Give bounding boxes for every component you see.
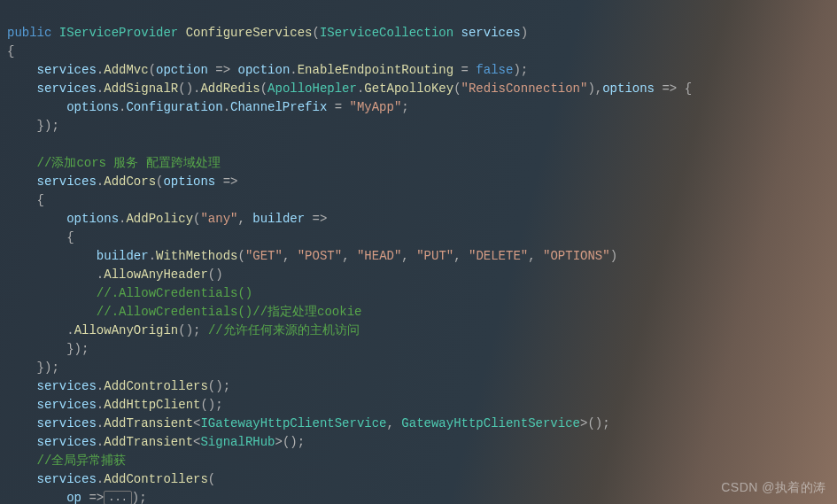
dot: . [97,416,104,430]
paren: ) [521,26,528,40]
parens: () [208,379,223,393]
string-redisconnection: "RedisConnection" [461,81,588,96]
var-options: options [66,212,119,226]
method-withmethods: WithMethods [156,249,237,263]
lambda-param-op: op [66,491,81,504]
var-services: services [37,63,97,77]
method-addcors: AddCors [104,174,156,189]
code-line: services.AddControllers( [7,472,215,486]
code-line: }); [7,119,59,133]
dot: . [97,379,104,393]
code-fold-ellipsis[interactable]: ... [104,491,132,504]
dot: . [149,249,156,263]
brace: }) [37,119,52,133]
comment-cors: //添加cors 服务 配置跨域处理 [37,156,221,170]
brace: { [7,44,14,58]
comment-global-exception: //全局异常捕获 [37,454,127,468]
keyword-public: public [7,26,51,40]
keyword-false: false [476,63,513,77]
lambda-arrow: => [208,63,238,77]
code-line: op =>...); [7,491,147,504]
string-head: "HEAD" [357,249,401,263]
method-addhttpclient: AddHttpClient [104,398,200,412]
code-line: { [7,230,74,244]
semicolon: ; [602,416,609,430]
string-post: "POST" [298,249,342,263]
paren: ) [587,81,594,96]
code-line: options.Configuration.ChannelPrefix = "M… [7,100,409,114]
paren: ( [453,81,461,96]
angle: > [275,435,282,449]
assign: = [453,63,476,77]
brace: }) [37,361,52,375]
string-put: "PUT" [416,249,453,263]
parens: () [208,268,223,282]
semicolon: ; [51,119,58,133]
method-addpolicy: AddPolicy [126,212,193,226]
method-addtransient: AddTransient [104,435,193,449]
code-line: builder.WithMethods("GET", "POST", "HEAD… [7,249,617,263]
var-services: services [37,472,97,486]
semicolon: ; [521,63,528,77]
semicolon: ; [223,379,230,393]
lambda-param-builder: builder [252,212,305,226]
prop-configuration: Configuration [126,100,222,114]
brace: }) [66,342,81,356]
comma: , [342,249,357,263]
lambda-param: options [163,174,215,189]
dot: . [97,268,104,282]
comma: , [528,249,543,263]
string-myapp: "MyApp" [350,100,402,114]
comment-allowcredentials-cookie: //.AllowCredentials()//指定处理cookie [97,305,362,319]
var-services: services [37,174,97,189]
dot: . [97,398,104,412]
lambda-param: opction [156,63,208,77]
watermark-text: CSDN @执着的涛 [721,478,826,497]
method-allowanyorigin: AllowAnyOrigin [74,323,179,337]
code-line: services.AddHttpClient(); [7,398,223,412]
paren: ( [237,249,244,263]
code-line: .AllowAnyHeader() [7,268,223,282]
lambda-arrow: => [81,491,104,504]
dot: . [97,472,104,486]
string-get: "GET" [245,249,283,263]
code-line: services.AddTransient<SignalRHub>(); [7,435,305,449]
type-signalrhub: SignalRHub [200,435,275,449]
brace: { [37,193,44,207]
paren: ( [208,472,215,486]
code-line: { [7,193,44,207]
method-getapollokey: GetApolloKey [364,81,453,96]
paren: ) [132,491,139,504]
var-services: services [37,379,97,393]
parens: () [200,398,215,412]
paren: ) [610,249,617,263]
brace: { [66,230,74,244]
paren: ( [260,81,267,96]
code-line: .AllowAnyOrigin(); //允许任何来源的主机访问 [7,323,360,337]
code-line: services.AddTransient<IGatewayHttpClient… [7,416,610,430]
method-allowanyheader: AllowAnyHeader [104,268,208,282]
code-line: //全局异常捕获 [7,454,126,468]
var-services: services [37,435,97,449]
code-line: services.AddMvc(opction => opction.Enabl… [7,63,528,77]
var-services: services [37,81,97,96]
semicolon: ; [215,398,222,412]
comma: , [237,212,252,226]
method-addcontrollers: AddControllers [104,379,208,393]
code-line: }); [7,361,59,375]
code-line: services.AddControllers(); [7,379,230,393]
code-line: //.AllowCredentials()//指定处理cookie [7,305,361,319]
comment-allow-any-origin: //允许任何来源的主机访问 [208,323,360,337]
semicolon: ; [298,435,305,449]
comma: , [453,249,469,263]
lambda-arrow: => [655,81,685,96]
type-gatewayhttpclientservice: GatewayHttpClientService [401,416,580,430]
comma: , [401,249,416,263]
parens: () [587,416,602,430]
code-line: }); [7,342,89,356]
type-iserviceprovider: IServiceProvider [59,26,178,40]
semicolon: ; [139,491,146,504]
dot: . [290,63,297,77]
var-services: services [37,416,97,430]
method-addsignalr: AddSignalR [104,81,178,96]
